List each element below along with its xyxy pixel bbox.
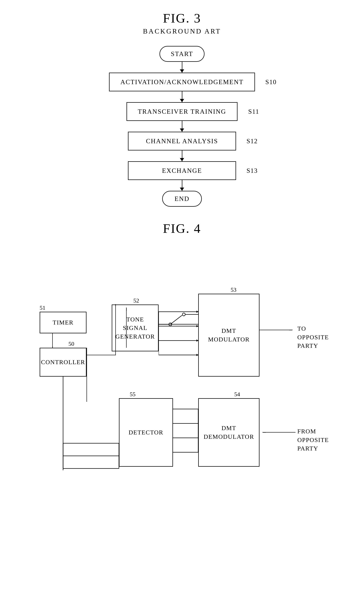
dmt-modulator-block: DMT MODULATOR: [198, 294, 259, 376]
tone-signal-gen-label: TONE SIGNAL GENERATOR: [115, 315, 155, 341]
s10-box: ACTIVATION/ACKNOWLEDGEMENT: [109, 73, 255, 91]
svg-marker-13: [196, 354, 198, 356]
arrow-3: [182, 121, 182, 132]
to-opposite-label: TO OPPOSITE PARTY: [297, 324, 335, 350]
s11-box: TRANSCEIVER TRAINING: [127, 102, 237, 121]
dmt-modulator-num: 53: [231, 287, 236, 293]
demod-to-detector-lines: [173, 398, 198, 467]
arrow-1: [182, 62, 182, 73]
s13-box: EXCHANGE: [128, 161, 236, 180]
controller-num: 50: [68, 341, 74, 347]
arrow-2: [182, 91, 182, 102]
dmt-demodulator-num: 54: [234, 391, 240, 398]
fig4-title: FIG. 4: [14, 221, 350, 236]
timer-to-controller: [52, 333, 53, 348]
fig3-title: FIG. 3: [14, 11, 350, 26]
dmt-demodulator-block: DMT DEMODULATOR: [198, 398, 259, 467]
controller-to-detector-bus: [40, 348, 166, 470]
s12-label: S12: [246, 137, 258, 145]
dmt-demodulator-label: DMT DEMODULATOR: [204, 424, 254, 441]
page: FIG. 3 BACKGROUND ART START ACTIVATION/A…: [0, 0, 364, 602]
s12-box: CHANNEL ANALYSIS: [128, 132, 236, 150]
fig4-section: FIG. 4 TIMER 51 CONTROLLER 50 TONE SIGNA…: [14, 221, 350, 486]
fig4-diagram: TIMER 51 CONTROLLER 50 TONE SIGNAL GENER…: [29, 243, 335, 486]
svg-marker-12: [196, 339, 198, 342]
s11-label: S11: [248, 108, 259, 115]
controller-to-tone-h: [86, 355, 123, 355]
controller-to-tone: [126, 304, 127, 348]
tone-signal-gen-num: 52: [133, 297, 139, 304]
start-node: START: [160, 46, 204, 62]
s10-wrapper: ACTIVATION/ACKNOWLEDGEMENT S10: [109, 73, 255, 91]
s13-wrapper: EXCHANGE S13: [128, 161, 236, 180]
svg-marker-10: [196, 311, 198, 313]
timer-label: TIMER: [53, 318, 74, 327]
svg-marker-11: [196, 325, 198, 327]
fig3-section: FIG. 3 BACKGROUND ART START ACTIVATION/A…: [14, 11, 350, 207]
end-node: END: [162, 191, 202, 207]
arrow-from-opposite: [259, 432, 296, 433]
timer-num: 51: [40, 304, 45, 311]
fig3-subtitle: BACKGROUND ART: [14, 27, 350, 35]
s12-wrapper: CHANNEL ANALYSIS S12: [128, 132, 236, 150]
svg-marker-15: [289, 330, 293, 330]
arrow-4: [182, 150, 182, 161]
arrow-to-opposite: [259, 330, 296, 330]
timer-block: TIMER: [40, 312, 86, 333]
flowchart: START ACTIVATION/ACKNOWLEDGEMENT S10 TRA…: [14, 46, 350, 207]
from-opposite-label: FROM OPPOSITE PARTY: [297, 427, 335, 453]
svg-marker-22: [262, 432, 266, 433]
dmt-modulator-label: DMT MODULATOR: [208, 326, 250, 344]
svg-marker-24: [126, 307, 127, 311]
svg-marker-35: [115, 304, 116, 306]
tone-signal-gen-block: TONE SIGNAL GENERATOR: [112, 304, 159, 351]
svg-marker-32: [52, 346, 53, 348]
controller-to-tone-v: [115, 304, 116, 355]
s11-wrapper: TRANSCEIVER TRAINING S11: [127, 102, 237, 121]
s10-label: S10: [266, 78, 277, 86]
s13-label: S13: [246, 167, 258, 174]
arrow-5: [182, 180, 182, 191]
controller-right-bus: [86, 348, 87, 402]
